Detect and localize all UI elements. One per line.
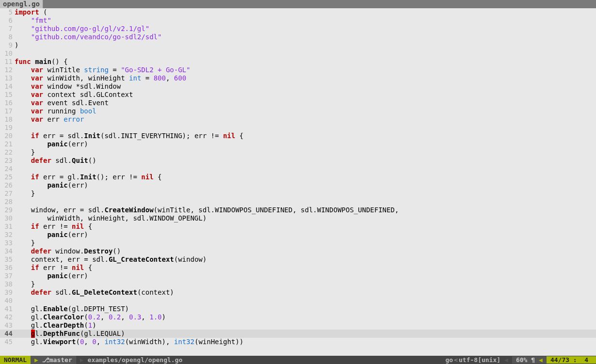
code-content[interactable] xyxy=(15,49,596,58)
code-content[interactable]: } xyxy=(15,148,596,157)
code-content[interactable]: if err = sdl.Init(sdl.INIT_EVERYTHING); … xyxy=(15,132,596,140)
code-content[interactable] xyxy=(15,297,596,305)
code-line[interactable]: 12 var winTitle string = "Go-SDL2 + Go-G… xyxy=(0,66,596,74)
code-content[interactable]: } xyxy=(15,280,596,288)
line-number: 39 xyxy=(0,288,15,297)
code-content[interactable]: "fmt" xyxy=(15,16,596,25)
code-line[interactable]: 31 if err != nil { xyxy=(0,222,596,231)
code-line[interactable]: 30 winWidth, winHeight, sdl.WINDOW_OPENG… xyxy=(0,214,596,222)
code-line[interactable]: 33 } xyxy=(0,239,596,247)
code-line[interactable]: 23 defer sdl.Quit() xyxy=(0,157,596,165)
code-content[interactable]: gl.DepthFunc(gl.LEQUAL) xyxy=(15,330,596,338)
code-line[interactable]: 43 gl.ClearDepth(1) xyxy=(0,321,596,330)
code-line[interactable]: 18 var err error xyxy=(0,115,596,124)
code-content[interactable]: "github.com/veandco/go-sdl2/sdl" xyxy=(15,33,596,41)
line-number: 38 xyxy=(0,280,15,288)
code-content[interactable]: var running bool xyxy=(15,107,596,115)
code-content[interactable]: window, err = sdl.CreateWindow(winTitle,… xyxy=(15,206,596,214)
line-number: 26 xyxy=(0,181,15,190)
code-line[interactable]: 13 var winWidth, winHeight int = 800, 60… xyxy=(0,74,596,82)
code-line[interactable]: 38 } xyxy=(0,280,596,288)
code-content[interactable]: panic(err) xyxy=(15,272,596,280)
code-line[interactable]: 28 xyxy=(0,198,596,206)
code-line[interactable]: 25 if err = gl.Init(); err != nil { xyxy=(0,173,596,181)
code-content[interactable] xyxy=(15,198,596,206)
code-content[interactable]: } xyxy=(15,190,596,198)
line-number: 44 xyxy=(0,330,15,338)
code-content[interactable]: var winTitle string = "Go-SDL2 + Go-GL" xyxy=(15,66,596,74)
code-content[interactable]: gl.ClearColor(0.2, 0.2, 0.3, 1.0) xyxy=(15,313,596,321)
code-line[interactable]: 37 panic(err) xyxy=(0,272,596,280)
line-number: 19 xyxy=(0,124,15,132)
code-content[interactable]: var winWidth, winHeight int = 800, 600 xyxy=(15,74,596,82)
code-line[interactable]: 9) xyxy=(0,41,596,49)
code-line[interactable]: 26 panic(err) xyxy=(0,181,596,190)
code-line[interactable]: 16 var event sdl.Event xyxy=(0,99,596,107)
line-number: 8 xyxy=(0,33,15,41)
code-content[interactable]: var err error xyxy=(15,115,596,124)
code-line[interactable]: 27 } xyxy=(0,190,596,198)
separator-icon: ▶ xyxy=(31,356,38,364)
code-line[interactable]: 32 panic(err) xyxy=(0,231,596,239)
code-content[interactable]: context, err = sdl.GL_CreateContext(wind… xyxy=(15,255,596,264)
code-line[interactable]: 21 panic(err) xyxy=(0,140,596,148)
code-content[interactable]: defer sdl.Quit() xyxy=(15,157,596,165)
code-line[interactable]: 6 "fmt" xyxy=(0,16,596,25)
code-line[interactable]: 39 defer sdl.GL_DeleteContext(context) xyxy=(0,288,596,297)
editor-area[interactable]: 5import (6 "fmt"7 "github.com/go-gl/gl/v… xyxy=(0,8,596,356)
code-line[interactable]: 29 window, err = sdl.CreateWindow(winTit… xyxy=(0,206,596,214)
code-content[interactable]: var context sdl.GLContext xyxy=(15,91,596,99)
code-content[interactable]: } xyxy=(15,239,596,247)
code-content[interactable]: panic(err) xyxy=(15,231,596,239)
code-line[interactable]: 41 gl.Enable(gl.DEPTH_TEST) xyxy=(0,305,596,313)
code-line[interactable]: 35 context, err = sdl.GL_CreateContext(w… xyxy=(0,255,596,264)
code-line[interactable]: 36 if err != nil { xyxy=(0,264,596,272)
code-content[interactable]: gl.Viewport(0, 0, int32(winWidth), int32… xyxy=(15,338,596,346)
line-number: 37 xyxy=(0,272,15,280)
tab-opengl[interactable]: opengl.go xyxy=(0,0,43,8)
code-line[interactable]: 8 "github.com/veandco/go-sdl2/sdl" xyxy=(0,33,596,41)
code-content[interactable] xyxy=(15,124,596,132)
code-content[interactable]: if err != nil { xyxy=(15,264,596,272)
code-content[interactable]: "github.com/go-gl/gl/v2.1/gl" xyxy=(15,25,596,33)
code-line[interactable]: 20 if err = sdl.Init(sdl.INIT_EVERYTHING… xyxy=(0,132,596,140)
code-line[interactable]: 14 var window *sdl.Window xyxy=(0,82,596,91)
code-content[interactable]: var event sdl.Event xyxy=(15,99,596,107)
code-content[interactable]: gl.ClearDepth(1) xyxy=(15,321,596,330)
code-line[interactable]: 17 var running bool xyxy=(0,107,596,115)
code-line[interactable]: 10 xyxy=(0,49,596,58)
code-content[interactable]: defer sdl.GL_DeleteContext(context) xyxy=(15,288,596,297)
status-position: 44/73 : 4 xyxy=(547,356,596,364)
line-number: 30 xyxy=(0,214,15,222)
code-line[interactable]: 40 xyxy=(0,297,596,305)
code-content[interactable]: if err != nil { xyxy=(15,222,596,231)
code-line[interactable]: 24 xyxy=(0,165,596,173)
code-content[interactable]: var window *sdl.Window xyxy=(15,82,596,91)
line-number: 32 xyxy=(0,231,15,239)
code-content[interactable]: gl.Enable(gl.DEPTH_TEST) xyxy=(15,305,596,313)
code-content[interactable]: func main() { xyxy=(15,58,596,66)
code-content[interactable]: ) xyxy=(15,41,596,49)
line-number: 11 xyxy=(0,58,15,66)
separator-icon: ▶ xyxy=(76,356,84,364)
code-content[interactable]: import ( xyxy=(15,8,596,16)
code-line[interactable]: 11func main() { xyxy=(0,58,596,66)
code-content[interactable]: panic(err) xyxy=(15,140,596,148)
line-number: 13 xyxy=(0,74,15,82)
code-line[interactable]: 45 gl.Viewport(0, 0, int32(winWidth), in… xyxy=(0,338,596,346)
code-line[interactable]: 34 defer window.Destroy() xyxy=(0,247,596,255)
code-content[interactable]: panic(err) xyxy=(15,181,596,190)
code-content[interactable]: winWidth, winHeight, sdl.WINDOW_OPENGL) xyxy=(15,214,596,222)
code-line[interactable]: 5import ( xyxy=(0,8,596,16)
code-line[interactable]: 7 "github.com/go-gl/gl/v2.1/gl" xyxy=(0,25,596,33)
code-content[interactable]: if err = gl.Init(); err != nil { xyxy=(15,173,596,181)
status-mode: NORMAL xyxy=(0,356,31,364)
code-line[interactable]: 22 } xyxy=(0,148,596,157)
code-line[interactable]: 44 gl.DepthFunc(gl.LEQUAL) xyxy=(0,330,596,338)
code-line[interactable]: 15 var context sdl.GLContext xyxy=(0,91,596,99)
code-content[interactable]: defer window.Destroy() xyxy=(15,247,596,255)
code-content[interactable] xyxy=(15,165,596,173)
code-line[interactable]: 42 gl.ClearColor(0.2, 0.2, 0.3, 1.0) xyxy=(0,313,596,321)
code-line[interactable]: 19 xyxy=(0,124,596,132)
branch-icon: ⎇ xyxy=(42,356,49,364)
